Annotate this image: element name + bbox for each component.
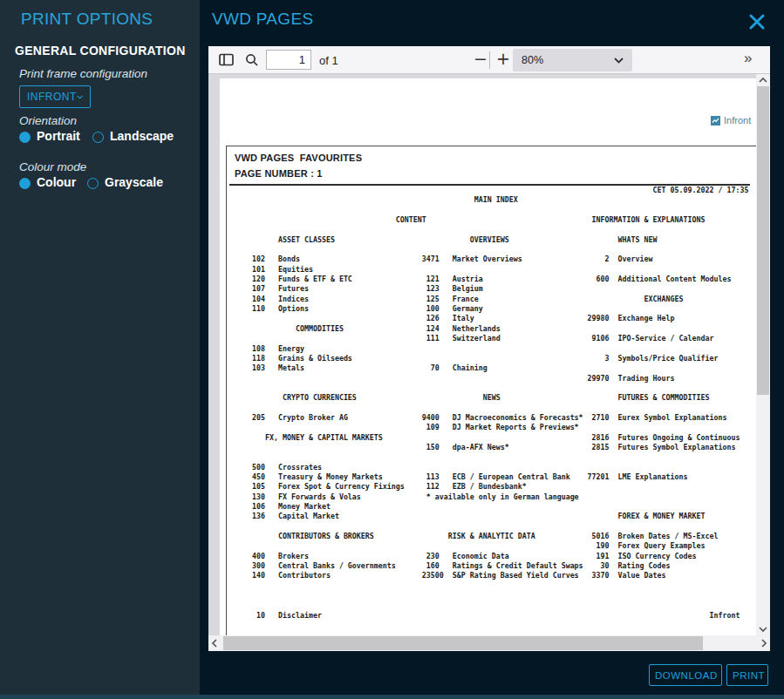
search-icon — [245, 53, 259, 67]
radio-grayscale[interactable] — [87, 178, 99, 189]
colour-mode-label: Colour mode — [19, 160, 86, 173]
print-frame-value: INFRONT — [27, 91, 77, 103]
pdf-doc-title: VWD PAGES FAVOURITES — [235, 153, 362, 163]
chevron-down-icon — [614, 58, 624, 64]
print-frame-select[interactable]: INFRONT — [19, 85, 91, 108]
bottom-accent-strip — [0, 695, 784, 699]
vertical-scrollbar-thumb[interactable] — [757, 86, 769, 395]
page-count-label: of 1 — [319, 54, 338, 67]
close-button[interactable] — [746, 11, 768, 34]
infront-logo-icon — [711, 116, 720, 126]
scroll-down-icon[interactable] — [757, 625, 769, 634]
toolbar-divider — [489, 51, 490, 69]
radio-portrait[interactable] — [19, 132, 31, 143]
pdf-text: CET 05.09.2022 / 17:35 MAIN INDEX CONTEN… — [235, 186, 748, 621]
page-number-input[interactable] — [266, 50, 311, 70]
scroll-right-icon[interactable] — [760, 637, 768, 649]
pdf-page: Infront VWD PAGES FAVOURITES PAGE NUMBER… — [220, 78, 757, 635]
general-configuration-heading: GENERAL CONFIGURATION — [15, 44, 186, 58]
radio-portrait-label[interactable]: Portrait — [37, 129, 80, 143]
close-icon — [748, 13, 766, 31]
vertical-scrollbar[interactable] — [756, 74, 770, 635]
toolbar-more-button[interactable]: » — [744, 50, 750, 67]
print-frame-label: Print frame configuration — [19, 67, 147, 80]
horizontal-scrollbar-thumb[interactable] — [223, 636, 703, 650]
infront-logo: Infront — [711, 115, 751, 126]
sidebar-toggle-icon — [219, 53, 234, 66]
download-button[interactable]: DOWNLOAD — [649, 664, 722, 686]
infront-logo-text: Infront — [724, 115, 751, 126]
horizontal-scrollbar[interactable] — [208, 635, 770, 651]
search-button[interactable] — [245, 53, 259, 70]
print-button[interactable]: PRINT — [726, 664, 768, 686]
radio-colour-label[interactable]: Colour — [37, 175, 76, 189]
pdf-viewer: Infront VWD PAGES FAVOURITES PAGE NUMBER… — [208, 74, 770, 651]
zoom-level-select[interactable]: 80% — [513, 49, 632, 71]
pdf-toolbar: of 1 − + 80% » — [208, 46, 770, 74]
radio-landscape-label[interactable]: Landscape — [110, 129, 174, 143]
pdf-frame-left-border — [226, 146, 227, 635]
orientation-label: Orientation — [19, 114, 77, 127]
zoom-in-button[interactable]: + — [494, 51, 513, 67]
panel-title: PRINT OPTIONS — [21, 10, 153, 29]
radio-colour[interactable] — [19, 178, 31, 189]
dialog-title: VWD PAGES — [212, 10, 313, 29]
scroll-up-icon[interactable] — [757, 76, 769, 85]
sidebar-toggle-button[interactable] — [219, 53, 234, 69]
pdf-page-number: PAGE NUMBER : 1 — [235, 168, 323, 179]
zoom-out-button[interactable]: − — [471, 51, 490, 67]
preview-panel: VWD PAGES of 1 − + 80% » Infront VWD PAG… — [200, 0, 784, 695]
pdf-frame-top-border — [226, 146, 757, 146]
radio-grayscale-label[interactable]: Grayscale — [105, 175, 163, 189]
radio-landscape[interactable] — [92, 132, 104, 143]
print-options-panel: PRINT OPTIONS GENERAL CONFIGURATION Prin… — [0, 0, 200, 695]
zoom-level-value: 80% — [522, 54, 543, 66]
chevron-down-icon — [77, 94, 83, 100]
scroll-left-icon[interactable] — [210, 637, 219, 649]
